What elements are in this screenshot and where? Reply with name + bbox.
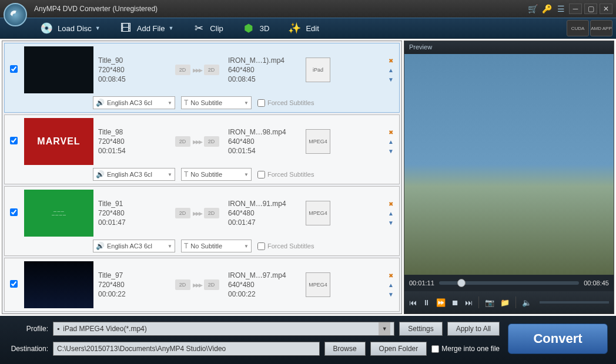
audio-select[interactable]: 🔊English AC3 6cl▼ <box>93 96 175 109</box>
output-duration: 00:08:45 <box>228 75 299 83</box>
output-duration: 00:01:54 <box>228 147 299 155</box>
snapshot-button[interactable]: 📷 <box>485 298 494 307</box>
3d-button[interactable]: ⬢ 3D <box>237 18 273 38</box>
chevron-down-icon: ▼ <box>95 25 101 31</box>
move-up-button[interactable]: ▲ <box>387 281 395 289</box>
open-folder-button[interactable]: Open Folder <box>370 342 427 356</box>
disc-icon: 💿 <box>39 21 54 36</box>
move-up-button[interactable]: ▲ <box>387 137 395 146</box>
profile-label: Profile: <box>8 325 48 333</box>
row-checkbox[interactable] <box>10 208 18 216</box>
profile-select[interactable]: ▪ iPad MPEG4 Video(*.mp4) ▼ <box>53 322 394 336</box>
clip-button[interactable]: ✂ Clip <box>188 18 226 38</box>
scissors-icon: ✂ <box>191 21 206 36</box>
minimize-button[interactable]: ─ <box>569 4 582 14</box>
preview-video[interactable] <box>404 54 614 275</box>
browse-button[interactable]: Browse <box>324 342 366 356</box>
3d-label: 3D <box>260 24 270 33</box>
list-item[interactable]: MARVELTitle_98720*48000:01:542D▸▸▸2DIRON… <box>4 114 400 184</box>
duration-time: 00:08:45 <box>584 279 609 287</box>
source-resolution: 720*480 <box>98 137 166 146</box>
move-up-button[interactable]: ▲ <box>387 209 395 217</box>
remove-row-button[interactable]: ✖ <box>387 56 395 65</box>
amd-badge: AMD APP <box>590 20 612 36</box>
open-snapshot-folder-button[interactable]: 📁 <box>500 298 510 307</box>
move-down-button[interactable]: ▼ <box>387 290 395 298</box>
output-device-icon[interactable]: MPEG4 <box>306 272 330 297</box>
forced-subtitles-checkbox[interactable]: Forced Subtitles <box>257 171 314 178</box>
output-device-icon[interactable]: MPEG4 <box>306 201 330 225</box>
row-checkbox[interactable] <box>10 280 18 288</box>
move-up-button[interactable]: ▲ <box>387 66 395 74</box>
apply-all-button[interactable]: Apply to All <box>447 322 500 336</box>
subtitle-select[interactable]: TNo Subtitle▼ <box>181 96 252 109</box>
row-checkbox[interactable] <box>10 137 18 144</box>
forced-checkbox-input[interactable] <box>257 99 265 107</box>
fwd-button[interactable]: ⏩ <box>436 298 446 307</box>
list-item[interactable]: Title_97720*48000:00:222D▸▸▸2DIRON_M…97.… <box>4 258 400 312</box>
position-time: 00:01:11 <box>409 279 434 287</box>
text-icon: T <box>184 99 188 107</box>
cart-icon[interactable]: 🛒 <box>527 4 538 14</box>
row-checkbox[interactable] <box>10 65 18 73</box>
audio-select[interactable]: 🔊English AC3 6cl▼ <box>93 240 175 252</box>
subtitle-select[interactable]: TNo Subtitle▼ <box>181 168 252 181</box>
remove-row-button[interactable]: ✖ <box>387 271 395 279</box>
move-down-button[interactable]: ▼ <box>387 147 395 155</box>
edit-button[interactable]: ✨ Edit <box>283 18 322 38</box>
forced-checkbox-input[interactable] <box>257 242 265 250</box>
stop-button[interactable]: ⏹ <box>451 298 459 307</box>
convert-button[interactable]: Convert <box>508 323 608 354</box>
source-duration: 00:01:54 <box>98 147 166 155</box>
volume-slider[interactable] <box>540 301 609 304</box>
forced-subtitles-checkbox[interactable]: Forced Subtitles <box>257 99 314 107</box>
destination-input[interactable] <box>53 342 320 356</box>
preview-title: Preview <box>404 41 614 54</box>
titlebar: AnyMP4 DVD Converter (Unregistered) 🛒 🔑 … <box>0 0 616 18</box>
next-button[interactable]: ⏭ <box>465 298 473 307</box>
device-icon: ▪ <box>57 325 59 333</box>
source-duration: 00:08:45 <box>98 75 166 83</box>
thumbnail[interactable] <box>24 46 93 93</box>
seek-bar: 00:01:11 00:08:45 <box>404 275 614 291</box>
move-down-button[interactable]: ▼ <box>387 218 395 227</box>
pause-button[interactable]: ⏸ <box>423 298 430 307</box>
seek-track[interactable] <box>439 281 579 285</box>
lang-icon[interactable]: ☰ <box>555 4 567 14</box>
thumbnail[interactable]: MARVEL <box>24 118 93 165</box>
output-device-icon[interactable]: MPEG4 <box>306 129 330 154</box>
remove-row-button[interactable]: ✖ <box>387 200 395 208</box>
seek-knob[interactable] <box>457 279 466 287</box>
forced-checkbox-input[interactable] <box>257 171 265 178</box>
maximize-button[interactable]: ▢ <box>584 4 597 14</box>
edit-label: Edit <box>306 24 319 33</box>
file-list[interactable]: Title_90720*48000:08:452D▸▸▸2DIRON_M…1).… <box>2 41 402 314</box>
add-file-button[interactable]: 🎞 Add File ▼ <box>115 18 178 38</box>
destination-label: Destination: <box>8 345 48 353</box>
output-device-icon[interactable]: iPad <box>306 58 330 82</box>
audio-value: English AC3 6cl <box>107 171 152 178</box>
output-duration: 00:00:22 <box>228 290 299 298</box>
window-title: AnyMP4 DVD Converter (Unregistered) <box>34 5 527 13</box>
output-name: IRON_M…97.mp4 <box>228 271 299 279</box>
thumbnail[interactable]: — — —— — — — <box>24 190 93 237</box>
list-item[interactable]: Title_90720*48000:08:452D▸▸▸2DIRON_M…1).… <box>4 43 400 113</box>
load-disc-button[interactable]: 💿 Load Disc ▼ <box>35 18 104 38</box>
key-icon[interactable]: 🔑 <box>541 4 553 14</box>
forced-subtitles-checkbox[interactable]: Forced Subtitles <box>257 242 314 250</box>
chevron-down-icon: ▼ <box>242 172 249 177</box>
settings-button[interactable]: Settings <box>399 322 442 336</box>
volume-icon[interactable]: 🔈 <box>522 298 531 307</box>
speaker-icon: 🔊 <box>96 99 105 107</box>
list-item[interactable]: — — —— — — —Title_91720*48000:01:472D▸▸▸… <box>4 186 400 256</box>
audio-select[interactable]: 🔊English AC3 6cl▼ <box>93 168 175 181</box>
conversion-arrow: 2D▸▸▸2D <box>170 65 223 75</box>
merge-checkbox[interactable]: Merge into one file <box>431 345 500 353</box>
move-down-button[interactable]: ▼ <box>387 75 395 83</box>
prev-button[interactable]: ⏮ <box>409 298 417 307</box>
remove-row-button[interactable]: ✖ <box>387 128 395 136</box>
merge-checkbox-input[interactable] <box>431 345 439 353</box>
thumbnail[interactable] <box>24 261 93 308</box>
subtitle-select[interactable]: TNo Subtitle▼ <box>181 240 252 252</box>
close-button[interactable]: ✕ <box>600 4 612 14</box>
